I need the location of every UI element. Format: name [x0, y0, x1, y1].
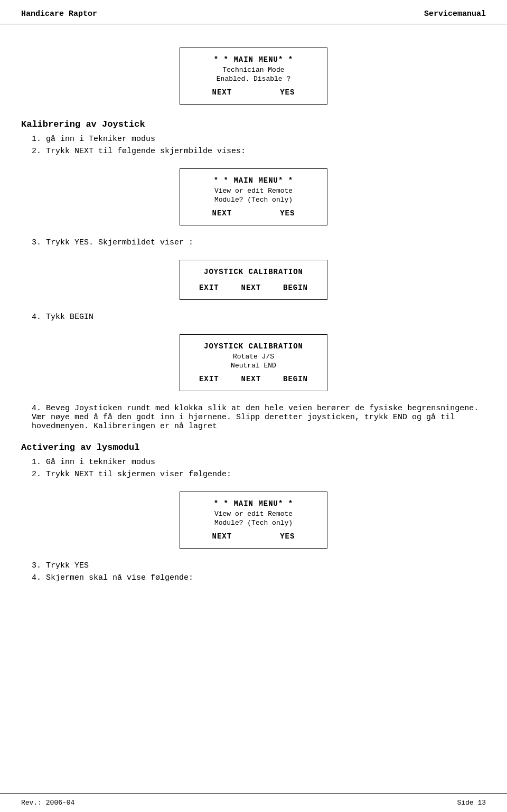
item3: 3. Trykk YES. Skjermbildet viser :	[32, 238, 486, 247]
screen1-title: * * MAIN MENU* *	[196, 55, 311, 64]
page-header: Handicare Raptor Servicemanual	[0, 0, 507, 24]
section2-item1: 1. Gå inn i tekniker modus	[32, 458, 486, 467]
screen2-line1: View or edit Remote	[196, 187, 311, 195]
screen4: JOYSTICK CALIBRATION Rotate J/S Neutral …	[180, 334, 327, 391]
screen5-container: * * MAIN MENU* * View or edit Remote Mod…	[21, 486, 486, 554]
screen1-buttons: NEXT YES	[196, 88, 311, 97]
screen1-line2: Enabled. Disable ?	[196, 75, 311, 83]
item3b: 3. Trykk YES	[32, 561, 486, 570]
screen3-btn2[interactable]: NEXT	[241, 284, 261, 292]
section2-title: Activering av lysmodul	[21, 442, 486, 452]
screen5-line2: Module? (Tech only)	[196, 519, 311, 527]
screen4-btn3[interactable]: BEGIN	[283, 375, 308, 383]
screen1-btn1[interactable]: NEXT	[212, 88, 232, 97]
page-content: * * MAIN MENU* * Technician Mode Enabled…	[0, 24, 507, 617]
screen2-line2: Module? (Tech only)	[196, 196, 311, 204]
screen2-btn2[interactable]: YES	[280, 209, 295, 218]
screen4-btn1[interactable]: EXIT	[199, 375, 219, 383]
screen1-btn2[interactable]: YES	[280, 88, 295, 97]
screen4-line2: Neutral END	[196, 362, 311, 370]
section2-item2: 2. Trykk NEXT til skjermen viser følgend…	[32, 470, 486, 479]
screen1: * * MAIN MENU* * Technician Mode Enabled…	[180, 48, 327, 105]
screen5-btn2[interactable]: YES	[280, 532, 295, 541]
screen4-title: JOYSTICK CALIBRATION	[196, 342, 311, 351]
section1-title: Kalibrering av Joystick	[21, 119, 486, 129]
footer-right: Side 13	[457, 799, 486, 807]
screen1-line1: Technician Mode	[196, 66, 311, 74]
screen5: * * MAIN MENU* * View or edit Remote Mod…	[180, 492, 327, 549]
screen3-btn1[interactable]: EXIT	[199, 284, 219, 292]
screen2-buttons: NEXT YES	[196, 209, 311, 218]
screen2-title: * * MAIN MENU* *	[196, 176, 311, 185]
screen4-container: JOYSTICK CALIBRATION Rotate J/S Neutral …	[21, 329, 486, 396]
item4: 4. Tykk BEGIN	[32, 313, 486, 322]
screen2-btn1[interactable]: NEXT	[212, 209, 232, 218]
section1-item2: 2. Trykk NEXT til følgende skjermbilde v…	[32, 147, 486, 156]
screen5-buttons: NEXT YES	[196, 532, 311, 541]
footer-left: Rev.: 2006-04	[21, 799, 74, 807]
header-right: Servicemanual	[424, 10, 486, 18]
item4b: 4. Beveg Joysticken rundt med klokka sli…	[32, 404, 486, 431]
screen1-container: * * MAIN MENU* * Technician Mode Enabled…	[21, 42, 486, 110]
item4c: 4. Skjermen skal nå vise følgende:	[32, 573, 486, 582]
screen2-container: * * MAIN MENU* * View or edit Remote Mod…	[21, 163, 486, 231]
screen5-line1: View or edit Remote	[196, 510, 311, 518]
screen2: * * MAIN MENU* * View or edit Remote Mod…	[180, 168, 327, 225]
screen3-title: JOYSTICK CALIBRATION	[196, 268, 311, 276]
screen3-btn3[interactable]: BEGIN	[283, 284, 308, 292]
screen3: JOYSTICK CALIBRATION EXIT NEXT BEGIN	[180, 260, 327, 300]
header-left: Handicare Raptor	[21, 10, 97, 18]
screen3-container: JOYSTICK CALIBRATION EXIT NEXT BEGIN	[21, 254, 486, 305]
page-footer: Rev.: 2006-04 Side 13	[0, 793, 507, 812]
screen4-buttons: EXIT NEXT BEGIN	[196, 375, 311, 383]
section1-item1: 1. gå inn i Tekniker modus	[32, 135, 486, 144]
screen3-buttons: EXIT NEXT BEGIN	[196, 284, 311, 292]
screen5-title: * * MAIN MENU* *	[196, 499, 311, 508]
screen5-btn1[interactable]: NEXT	[212, 532, 232, 541]
screen4-line1: Rotate J/S	[196, 353, 311, 361]
screen4-btn2[interactable]: NEXT	[241, 375, 261, 383]
